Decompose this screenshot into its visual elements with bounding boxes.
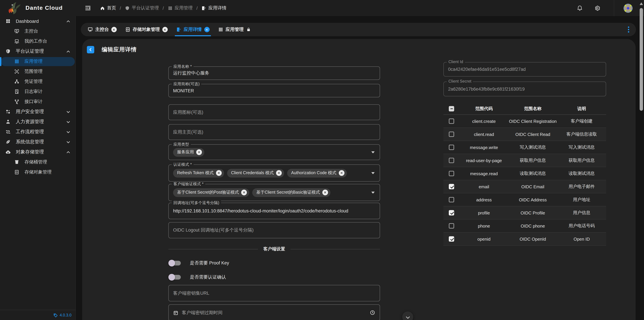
row-checkbox[interactable] xyxy=(449,223,454,228)
row-checkbox[interactable] xyxy=(449,132,454,137)
table-row[interactable]: profile OIDC Profile 用户信息 xyxy=(444,206,606,219)
breadcrumb: 首页 / 平台认证管理 / 应用管理 / 应用详情 xyxy=(100,5,226,11)
tab-close-icon[interactable]: ✕ xyxy=(162,27,168,32)
row-checkbox[interactable] xyxy=(449,145,454,150)
select-all-checkbox[interactable] xyxy=(449,106,454,111)
grant-types-select[interactable]: 认证模式 * Refresh Token 模式 ✕ Client Credent… xyxy=(168,164,380,182)
sidebar-group-hr[interactable]: 人力资源管理 xyxy=(0,117,76,127)
breadcrumb-separator: / xyxy=(120,6,121,11)
clock-icon[interactable] xyxy=(370,310,375,315)
chevron-down-icon xyxy=(66,110,70,114)
chip-close-icon[interactable]: ✕ xyxy=(322,190,328,195)
jwks-url-field[interactable]: 客户端密钥集URL xyxy=(168,285,380,301)
row-checkbox[interactable] xyxy=(449,119,454,124)
table-row[interactable]: message.write 写入测试消息 写入测试消息 xyxy=(444,141,606,154)
sidebar-item-api-audit[interactable]: 接口审计 xyxy=(0,97,76,107)
chevron-up-icon xyxy=(66,49,70,54)
row-checkbox-checked[interactable] xyxy=(449,210,454,215)
breadcrumb-item-app-mgmt[interactable]: 应用管理 xyxy=(168,5,193,11)
tab-console[interactable]: 主控台 ✕ xyxy=(87,23,117,36)
row-checkbox[interactable] xyxy=(449,197,454,202)
sidebar-group-platform-auth[interactable]: 平台认证管理 xyxy=(0,46,76,56)
content-card: 编辑应用详情 应用名称 * 运行监控中心服务 应用简称(可选) MONITER … xyxy=(82,39,636,320)
secret-expire-field[interactable]: 客户端密钥过期时间 xyxy=(168,304,380,320)
scrollbar-up-arrow[interactable] xyxy=(640,2,643,5)
sidebar-item-credential-mgmt[interactable]: 凭证管理 xyxy=(0,77,76,87)
page-scrollbar[interactable] xyxy=(639,0,643,320)
sidebar-item-log-audit[interactable]: 日志审计 xyxy=(0,87,76,97)
sidebar-item-object-mgmt[interactable]: 存储对象管理 xyxy=(0,167,76,177)
shield-icon xyxy=(125,6,130,11)
table-row[interactable]: email OIDC Email 用户电子邮件 xyxy=(444,180,606,193)
chevron-down-icon xyxy=(66,140,70,144)
sidebar-item-workbench[interactable]: 我的工作台 xyxy=(0,36,76,46)
chip-close-icon[interactable]: ✕ xyxy=(339,170,344,176)
row-checkbox[interactable] xyxy=(449,171,454,176)
sidebar-group-dashboard[interactable]: Dashboard xyxy=(0,16,76,26)
auth-methods-select[interactable]: 客户端验证模式 * 基于Client Secret的Post验证模式 ✕ 基于C… xyxy=(168,184,380,201)
version-label: 4.0.3.0 xyxy=(60,313,72,317)
notifications-bell-icon[interactable] xyxy=(576,5,583,11)
table-row[interactable]: address OIDC Address 用户地址 xyxy=(444,193,606,206)
client-secret-value: 2a6280e17b6e43fb8e9c681f21630f19 xyxy=(448,86,524,92)
chip-authorization-code[interactable]: Authorization Code 模式 ✕ xyxy=(287,169,347,177)
scrollbar-thumb[interactable] xyxy=(640,8,643,111)
chip-refresh-token[interactable]: Refresh Token 模式 ✕ xyxy=(173,169,224,177)
table-row[interactable]: client.read OIDC Client Read 客户端信息读取 xyxy=(444,128,606,141)
auth-confirm-toggle[interactable] xyxy=(170,275,181,279)
oidc-logout-uri-field[interactable]: OIDC Logout 回调地址(可多个逗号分隔) xyxy=(168,222,380,238)
app-home-field[interactable]: 应用主页(可选) xyxy=(168,124,380,140)
row-checkbox-checked[interactable] xyxy=(449,236,454,242)
tab-close-icon[interactable]: ✕ xyxy=(204,27,210,32)
chip-secret-basic[interactable]: 基于Client Secret的Basic验证模式 ✕ xyxy=(252,188,330,197)
sidebar-group-system-info[interactable]: 系统信息管理 xyxy=(0,137,76,147)
breadcrumb-item-app-detail[interactable]: 应用详情 xyxy=(202,5,226,11)
tab-app-detail[interactable]: 应用详情 ✕ xyxy=(175,23,210,36)
chip-secret-post[interactable]: 基于Client Secret的Post验证模式 ✕ xyxy=(173,188,249,197)
app-type-select[interactable]: 应用类型 服务应用 ✕ xyxy=(168,144,380,160)
client-id-field: Client Id 0ca42420efae46da91e51ee5cd8f27… xyxy=(444,62,606,77)
table-row[interactable]: read-user-by-page 获取用户信息 获取用户信息 xyxy=(444,154,606,167)
table-row[interactable]: openid OIDC OpenId Open ID xyxy=(444,233,606,246)
redirect-uri-field[interactable]: 回调地址(可多个逗号分隔) http://192.168.101.10:8847… xyxy=(168,203,380,219)
tab-options-menu-icon[interactable] xyxy=(626,25,630,34)
monitor-icon xyxy=(14,28,20,34)
settings-gear-icon[interactable] xyxy=(594,5,600,11)
sidebar-item-bucket-mgmt[interactable]: 存储桶管理 xyxy=(0,157,76,167)
avatar[interactable] xyxy=(624,4,632,13)
chip-close-icon[interactable]: ✕ xyxy=(216,170,222,176)
sidebar-item-scope-mgmt[interactable]: 范围管理 xyxy=(0,67,76,77)
app-abbr-field[interactable]: 应用简称(可选) MONITER xyxy=(168,84,380,97)
back-button[interactable] xyxy=(87,46,94,53)
chip-client-credentials[interactable]: Client Credentials 模式 ✕ xyxy=(227,169,284,177)
chip-close-icon[interactable]: ✕ xyxy=(241,190,247,195)
redirect-uri-label: 回调地址(可多个逗号分隔) xyxy=(172,200,221,205)
table-row[interactable]: phone OIDC phone 用户电话号码 xyxy=(444,219,606,233)
sidebar-group-object-storage[interactable]: 对象存储管理 xyxy=(0,147,76,157)
sidebar-group-workflow[interactable]: 工作流程管理 xyxy=(0,127,76,137)
app-name-field[interactable]: 应用名称 * 运行监控中心服务 xyxy=(168,67,380,80)
proof-key-toggle[interactable] xyxy=(170,261,181,265)
tab-app-mgmt[interactable]: 应用管理 xyxy=(217,23,252,36)
people-icon xyxy=(5,109,11,115)
chip-close-icon[interactable]: ✕ xyxy=(196,149,202,155)
chevron-up-icon xyxy=(66,19,70,23)
row-checkbox-checked[interactable] xyxy=(449,184,454,189)
table-row[interactable]: message.read 读取测试消息 读取测试消息 xyxy=(444,167,606,180)
grid-icon xyxy=(14,59,20,64)
scroll-down-button[interactable] xyxy=(402,311,413,320)
logo[interactable]: Dante Cloud xyxy=(0,1,76,16)
breadcrumb-item-home[interactable]: 首页 xyxy=(100,5,116,11)
tab-storage-objects[interactable]: 存储对象管理 ✕ xyxy=(124,23,168,36)
sidebar-item-app-mgmt[interactable]: 应用管理 xyxy=(0,56,76,67)
table-row[interactable]: client.create OIDC Client Registration 客… xyxy=(444,115,606,128)
breadcrumb-item-platform-auth[interactable]: 平台认证管理 xyxy=(125,5,159,11)
sidebar-group-user-security[interactable]: 用户安全管理 xyxy=(0,107,76,117)
chip-service-app[interactable]: 服务应用 ✕ xyxy=(173,148,204,157)
menu-fold-icon[interactable] xyxy=(84,5,91,12)
tab-close-icon[interactable]: ✕ xyxy=(111,27,116,32)
row-checkbox[interactable] xyxy=(449,158,454,163)
sidebar-item-console[interactable]: 主控台 xyxy=(0,26,76,36)
app-icon-field[interactable]: 应用图标(可选) xyxy=(168,104,380,120)
chip-close-icon[interactable]: ✕ xyxy=(276,170,282,176)
